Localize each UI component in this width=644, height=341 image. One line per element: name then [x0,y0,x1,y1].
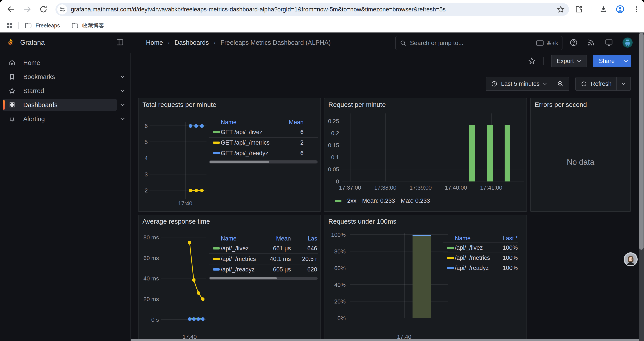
legend-row[interactable]: GET /api/_/readyz 6 [209,148,318,158]
breadcrumb-home[interactable]: Home [146,39,163,46]
bookmark-folder-label: Freeleaps [36,22,60,29]
legend-row[interactable]: /api/_/livez 100% [443,242,518,253]
y-tick-label: 80% [334,249,346,254]
y-tick-label: 40% [334,282,346,288]
profile-icon[interactable] [616,5,625,14]
menu-dots-icon[interactable] [632,6,640,13]
y-tick-label: 0.15 [328,142,339,148]
bookmark-icon [8,73,16,80]
chevron-down-icon[interactable] [120,75,125,78]
news-rss-icon[interactable] [587,38,595,47]
breadcrumb-dashboards[interactable]: Dashboards [174,39,209,46]
legend-row[interactable]: /api/_/readyz 605 µs 620 [209,264,318,274]
actions-divider [543,57,544,65]
legend-row[interactable]: /api/_/metrics 40.1 ms 20.5 r [209,253,318,264]
chevron-down-icon[interactable] [120,103,125,106]
panel-request-per-minute[interactable]: Request per minute 00.050.10.150.20.25 1… [324,98,527,212]
chevron-down-icon[interactable] [120,117,125,121]
panel-title: Average response time [142,218,210,225]
legend-series[interactable]: 2xx [347,197,356,204]
gridline-horizontal [342,169,524,169]
chevron-down-icon [543,83,547,85]
y-tick-label: 60 ms [143,255,159,261]
legend-col-last[interactable]: Las [293,235,317,242]
panel-requests-under-100ms[interactable]: Requests under 100ms 0%20%40%60%80%100% … [324,215,527,341]
sidebar-item-dashboards[interactable]: Dashboards [0,99,130,111]
sidebar-item-starred[interactable]: Starred [0,85,130,97]
legend-col-name[interactable]: Name [221,119,271,126]
legend-col-name[interactable]: Name [221,235,258,242]
sidebar-toggle-button[interactable] [116,38,124,47]
refresh-interval-button[interactable] [616,77,630,90]
y-tick-label: 0 [336,179,339,184]
gridline-horizontal [350,268,448,268]
forward-button[interactable] [21,3,33,15]
legend-col-mean[interactable]: Mean [271,119,304,126]
legend-col-mean[interactable]: Mean [258,235,291,242]
favorite-star-button[interactable] [528,57,536,65]
legend-max: Max: 0.233 [401,197,430,204]
download-icon[interactable] [599,5,608,14]
user-avatar[interactable] [622,38,632,48]
page-scrollbar[interactable] [639,33,644,341]
site-settings-icon[interactable] [57,5,67,15]
legend-col-last[interactable]: Last * [492,235,518,242]
bookmarks-divider [18,22,19,29]
apps-grid-icon[interactable] [6,22,14,30]
panel-average-response-time[interactable]: Average response time 80 ms60 ms40 ms20 … [138,215,321,341]
panel-total-requests-per-minute[interactable]: Total requests per minute 23456 17:40 Na… [138,98,321,212]
dashboard-content: Export Share Last 5 minutes [131,53,639,341]
sidebar-item-home[interactable]: Home [0,57,130,69]
requests-under-100ms-chart [350,233,448,318]
time-range-picker[interactable]: Last 5 minutes [486,77,552,90]
back-button[interactable] [5,3,17,15]
gridline-vertical [385,113,386,181]
export-button[interactable]: Export [551,55,587,67]
y-tick-label: 4 [145,155,148,161]
kiosk-monitor-icon[interactable] [604,38,613,47]
legend-scrollbar[interactable] [209,277,318,280]
legend-row[interactable]: GET /api/_/livez 6 [209,127,318,137]
legend-row[interactable]: GET /api/_/metrics 2 [209,137,318,148]
share-menu-button[interactable] [621,55,631,67]
bookmark-folder-freeleaps[interactable]: Freeleaps [24,22,60,29]
y-tick-label: 0.25 [328,118,339,124]
extensions-icon[interactable] [574,5,583,14]
bookmark-star-button[interactable] [557,6,565,14]
toolbar-divider [591,6,592,13]
series-line [150,122,206,199]
legend-scrollbar[interactable] [209,160,318,163]
zoom-out-button[interactable] [552,77,569,90]
y-axis-labels: 80 ms60 ms40 ms20 ms0 s [138,232,159,320]
grafana-app: Grafana Home › Dashboards › Freeleaps Me… [0,33,644,341]
panel-legend: Name Mean Las /api/_/livez 661 µs 646 /a… [209,234,318,280]
search-input[interactable]: Search or jump to... ⌘+k [396,36,562,50]
series-color-pill [447,257,454,259]
panel-errors-per-second[interactable]: Errors per second No data [530,98,631,212]
reload-button[interactable] [37,3,50,15]
bookmark-folder-blogs[interactable]: 收藏博客 [71,22,104,29]
chevron-down-icon[interactable] [120,89,125,92]
sidebar-item-alerting[interactable]: Alerting [0,113,130,125]
refresh-button[interactable]: Refresh [576,77,616,90]
help-icon[interactable] [570,38,578,47]
url-bar[interactable]: grafana.mathmast.com/d/deytv4rwavabkb/fr… [56,3,569,16]
legend-row[interactable]: /api/_/readyz 100% [443,263,518,273]
scrollbar-thumb[interactable] [639,33,644,250]
data-point [200,124,204,128]
legend-row[interactable]: /api/_/metrics 100% [443,253,518,263]
floating-assistant-avatar[interactable] [624,252,638,266]
grafana-logo[interactable] [6,38,15,47]
star-icon [557,6,565,14]
legend-col-name[interactable]: Name [455,235,492,242]
bottom-scrollbar-strip[interactable] [131,339,639,341]
legend-row[interactable]: /api/_/livez 661 µs 646 [209,243,318,253]
share-button[interactable]: Share [593,55,621,67]
header-icons [570,33,632,53]
y-tick-label: 20% [334,299,346,304]
gridline-horizontal [342,157,524,157]
clock-icon [491,81,498,87]
url-text[interactable]: grafana.mathmast.com/d/deytv4rwavabkb/fr… [71,6,557,13]
sidebar-item-bookmarks[interactable]: Bookmarks [0,71,130,83]
data-bar [504,125,510,181]
